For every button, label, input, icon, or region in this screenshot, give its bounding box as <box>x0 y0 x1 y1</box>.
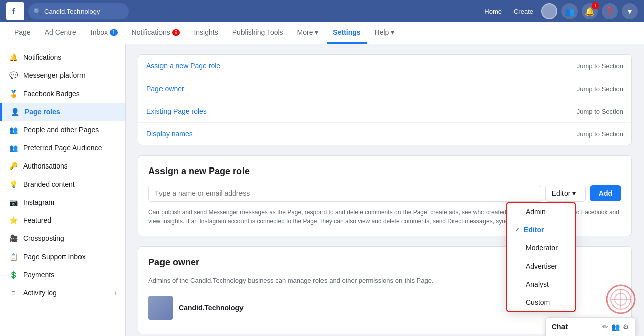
nav-help[interactable]: Help ▾ <box>369 22 401 44</box>
role-selected-label: Editor <box>552 189 571 197</box>
person-icon: 👤 <box>10 107 20 117</box>
check-icon: ✓ <box>515 226 520 233</box>
search-bar[interactable]: 🔍 <box>28 3 129 19</box>
chat-settings-icon[interactable]: ⚙ <box>623 323 629 331</box>
chat-header: Chat ✏ 👥 ⚙ <box>546 318 635 336</box>
nav-settings[interactable]: Settings <box>327 22 366 44</box>
assign-section-card: Assign a new Page role Editor ▾ Add <box>138 155 632 236</box>
sidebar-item-preferred-audience[interactable]: 👥 Preferred Page Audience <box>0 139 125 157</box>
sidebar-item-branded-content[interactable]: 💡 Branded content <box>0 175 125 193</box>
sidebar-item-messenger-platform[interactable]: 💬 Messenger platform <box>0 66 125 85</box>
sidebar-item-authorisations[interactable]: 🔑 Authorisations <box>0 157 125 175</box>
search-icon: 🔍 <box>33 8 41 15</box>
main-layout: 🔔 Notifications 💬 Messenger platform 🏅 F… <box>0 44 644 336</box>
sidebar-label: Notifications <box>23 53 61 61</box>
notifications-icon[interactable]: 🔔 1 <box>582 3 598 19</box>
jump-existing-action[interactable]: Jump to Section <box>577 108 623 115</box>
nav-notifications[interactable]: Notifications 9 <box>126 22 186 44</box>
sidebar-label: Featured <box>23 216 51 224</box>
instagram-icon: 📷 <box>8 197 18 207</box>
sidebar-item-payments[interactable]: 💲 Payments <box>0 266 125 284</box>
sidebar-item-people-pages[interactable]: 👥 People and other Pages <box>0 121 125 139</box>
friends-icon[interactable]: 👥 <box>561 3 578 19</box>
bell-icon: 🔔 <box>8 52 18 62</box>
nav-publishing-tools[interactable]: Publishing Tools <box>226 22 289 44</box>
watermark <box>606 284 636 316</box>
sidebar-label: Instagram <box>23 198 54 206</box>
sidebar-label: Page roles <box>25 108 60 116</box>
home-link[interactable]: Home <box>480 6 506 17</box>
sidebar-item-page-roles[interactable]: 👤 Page roles <box>0 103 125 121</box>
sidebar-item-instagram[interactable]: 📷 Instagram <box>0 193 125 211</box>
jump-links-card: Assign a new Page role Jump to Section P… <box>138 54 632 145</box>
content-area: Assign a new Page role Jump to Section P… <box>126 44 644 336</box>
chevron-down-icon: ▾ <box>572 189 576 197</box>
sidebar-item-crossposting[interactable]: 🎥 Crossposting <box>0 229 125 247</box>
jump-display-title[interactable]: Display names <box>146 130 193 138</box>
dropdown-item-admin[interactable]: Admin <box>507 203 575 221</box>
jump-link-existing: Existing Page roles Jump to Section <box>138 100 631 123</box>
editor-label: Editor <box>524 226 544 234</box>
list-icon: ≡ <box>8 288 18 298</box>
nav-inbox[interactable]: Inbox 1 <box>85 22 124 44</box>
dropdown-item-analyst[interactable]: Analyst <box>507 275 575 293</box>
messenger-icon: 💬 <box>8 70 18 80</box>
analyst-label: Analyst <box>526 280 549 288</box>
chat-people-icon[interactable]: 👥 <box>611 323 620 331</box>
jump-link-owner: Page owner Jump to Section <box>138 77 631 100</box>
dropdown-item-moderator[interactable]: Moderator <box>507 239 575 257</box>
assign-input[interactable] <box>148 185 541 202</box>
nav-page[interactable]: Page <box>8 22 37 44</box>
sidebar-item-notifications[interactable]: 🔔 Notifications <box>0 48 125 66</box>
key-icon: 🔑 <box>8 161 18 171</box>
assign-section-title: Assign a new Page role <box>148 166 621 177</box>
custom-label: Custom <box>526 298 550 306</box>
nav-more[interactable]: More ▾ <box>291 22 325 44</box>
sidebar-item-featured[interactable]: ⭐ Featured <box>0 211 125 229</box>
top-bar: f 🔍 Home Create 👥 🔔 1 ❓ ▾ <box>0 0 644 22</box>
page-nav: Page Ad Centre Inbox 1 Notifications 9 I… <box>0 22 644 44</box>
expand-icon: + <box>113 289 117 297</box>
assign-form: Editor ▾ Add <box>148 185 621 202</box>
page-owner-name: Candid.Technology <box>179 304 244 312</box>
avatar[interactable] <box>541 3 557 19</box>
search-input[interactable] <box>44 8 120 15</box>
chat-title: Chat <box>552 323 568 331</box>
sidebar-label: Crossposting <box>23 234 64 242</box>
jump-assign-title[interactable]: Assign a new Page role <box>146 62 220 70</box>
jump-assign-action[interactable]: Jump to Section <box>577 62 623 70</box>
sidebar-item-facebook-badges[interactable]: 🏅 Facebook Badges <box>0 85 125 103</box>
page-thumbnail <box>148 296 173 320</box>
moderator-label: Moderator <box>526 244 558 252</box>
role-dropdown-button[interactable]: Editor ▾ <box>545 185 586 202</box>
dropdown-item-advertiser[interactable]: Advertiser <box>507 257 575 275</box>
sidebar-label: Messenger platform <box>23 71 86 79</box>
create-link[interactable]: Create <box>510 6 537 17</box>
jump-existing-title[interactable]: Existing Page roles <box>146 107 207 115</box>
menu-icon[interactable]: ▾ <box>622 3 638 19</box>
clipboard-icon: 📋 <box>8 251 18 262</box>
jump-owner-action[interactable]: Jump to Section <box>577 85 623 93</box>
svg-text:f: f <box>12 7 15 16</box>
sidebar-label: Facebook Badges <box>23 90 80 98</box>
badge-icon: 🏅 <box>8 89 18 99</box>
sidebar-label: Page Support Inbox <box>23 253 86 261</box>
sidebar-item-page-support[interactable]: 📋 Page Support Inbox <box>0 247 125 266</box>
nav-ad-centre[interactable]: Ad Centre <box>39 22 83 44</box>
dropdown-item-editor[interactable]: ✓ Editor <box>507 221 575 239</box>
nav-insights[interactable]: Insights <box>188 22 224 44</box>
jump-display-action[interactable]: Jump to Section <box>577 130 623 138</box>
chat-edit-icon[interactable]: ✏ <box>602 323 608 331</box>
jump-owner-title[interactable]: Page owner <box>146 85 184 93</box>
jump-link-assign: Assign a new Page role Jump to Section <box>138 55 631 77</box>
help-icon[interactable]: ❓ <box>602 3 618 19</box>
sidebar-item-activity-log[interactable]: ≡ Activity log + <box>0 284 125 302</box>
notif-badge: 1 <box>592 2 599 9</box>
add-button[interactable]: Add <box>590 185 621 201</box>
dropdown-item-custom[interactable]: Custom <box>507 293 575 311</box>
video-icon: 🎥 <box>8 233 18 243</box>
role-dropdown-menu: Admin ✓ Editor Moderator Advertiser <box>506 202 576 312</box>
star-icon: ⭐ <box>8 215 18 225</box>
dollar-icon: 💲 <box>8 270 18 280</box>
sidebar-label: Preferred Page Audience <box>23 144 102 152</box>
